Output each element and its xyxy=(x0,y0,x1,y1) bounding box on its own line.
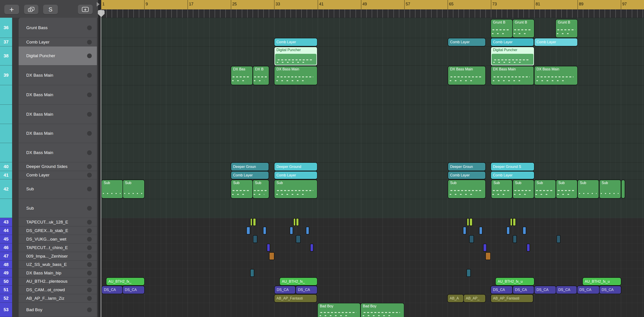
region-ds-ca[interactable]: DS_CA xyxy=(491,286,512,294)
midi-blip[interactable] xyxy=(306,227,309,235)
region-comb-layer[interactable]: Comb Layer xyxy=(231,172,268,179)
mute-dot-button[interactable] xyxy=(87,279,92,284)
midi-blip[interactable] xyxy=(296,218,299,226)
region-ab-ap-fantasti[interactable]: AB_AP_Fantasti xyxy=(491,295,533,302)
region-bad-boy[interactable]: Bad Boy xyxy=(361,303,404,317)
region-digital-puncher[interactable]: Digital Puncher xyxy=(491,47,534,65)
bar-ruler[interactable]: 191725334149576573818997 xyxy=(101,0,644,9)
region-comb-layer[interactable]: Comb Layer xyxy=(448,172,485,179)
midi-blip[interactable] xyxy=(253,218,256,226)
midi-blip[interactable] xyxy=(470,218,472,226)
mute-dot-button[interactable] xyxy=(87,296,92,301)
midi-blip[interactable] xyxy=(469,235,474,243)
track-header-41[interactable]: Comb Layer xyxy=(18,171,97,179)
region-sub[interactable]: Sub xyxy=(600,180,621,198)
region-deeper-groun[interactable]: Deeper Groun xyxy=(448,163,485,171)
region-comb-layer[interactable]: Comb Layer xyxy=(274,38,317,46)
region-au-bth2-fx-u[interactable]: AU_BTH2_fx_u xyxy=(496,278,534,285)
track-header-37[interactable]: Comb Layer xyxy=(18,38,97,46)
add-track-button[interactable]: + xyxy=(4,5,19,14)
midi-blip[interactable] xyxy=(463,227,466,235)
midi-blip[interactable] xyxy=(296,235,301,243)
track-header-43[interactable]: TAPECUT...uk_128_E xyxy=(18,218,97,226)
midi-blip[interactable] xyxy=(527,244,530,252)
region-sub[interactable]: Sub xyxy=(253,180,269,198)
region-dx-bass-main[interactable]: DX Bass Main xyxy=(274,66,317,85)
region-ds-ca[interactable]: DS_CA xyxy=(102,286,122,294)
region-deeper-groun[interactable]: Deeper Groun xyxy=(231,163,268,171)
region-sub[interactable]: Sub xyxy=(556,180,577,198)
midi-blip[interactable] xyxy=(485,252,491,260)
mute-dot-button[interactable] xyxy=(87,53,92,58)
region-bad-boy[interactable]: Bad Boy xyxy=(318,303,360,317)
region-deeper-ground-s[interactable]: Deeper Ground S xyxy=(491,163,534,171)
track-header-unnamed-7[interactable]: DX Bass Main xyxy=(18,143,97,162)
track-header-42[interactable]: Sub xyxy=(18,179,97,199)
track-header-unnamed-11[interactable]: Sub xyxy=(18,199,97,218)
region-dx-b[interactable]: DX B xyxy=(253,66,269,85)
midi-blip[interactable] xyxy=(269,252,274,260)
mute-dot-button[interactable] xyxy=(87,288,92,292)
region-ds-ca[interactable]: DS_CA xyxy=(556,286,577,294)
track-header-44[interactable]: DS_GREX...b_stab_E xyxy=(18,226,97,235)
region-sub[interactable]: Sub xyxy=(534,180,556,198)
region-dx-bass-main[interactable]: DX Bass Main xyxy=(448,66,485,85)
region-sub[interactable]: Sub xyxy=(448,180,485,198)
track-header-51[interactable]: DS_CAM...ot_crowd xyxy=(18,286,97,294)
region-comb-layer[interactable]: Comb Layer xyxy=(448,38,485,46)
mute-dot-button[interactable] xyxy=(87,150,92,155)
track-header-52[interactable]: AB_AP_F...larm_Ziz xyxy=(18,294,97,303)
mute-dot-button[interactable] xyxy=(87,307,92,312)
region-dx-bass-main[interactable]: DX Bass Main xyxy=(534,66,577,85)
region-sliver[interactable] xyxy=(622,180,625,198)
region-comb-layer[interactable]: Comb Layer xyxy=(274,172,317,179)
region-sub[interactable]: Sub xyxy=(513,180,534,198)
midi-blip[interactable] xyxy=(293,218,296,226)
region-sub[interactable]: Sub xyxy=(123,180,144,198)
midi-blip[interactable] xyxy=(466,269,471,277)
track-header-38[interactable]: Digital Puncher xyxy=(18,46,97,65)
ruler-tick-strip[interactable] xyxy=(101,9,644,18)
region-ds-ca[interactable]: DS_CA xyxy=(275,286,295,294)
mute-dot-button[interactable] xyxy=(87,131,92,136)
region-ab-a[interactable]: AB_A xyxy=(448,295,463,302)
region-comb-layer[interactable]: Comb Layer xyxy=(491,172,534,179)
mute-dot-button[interactable] xyxy=(87,73,92,78)
region-grunt-b[interactable]: Grunt B xyxy=(556,19,577,37)
region-ds-ca[interactable]: DS_CA xyxy=(534,286,556,294)
midi-blip[interactable] xyxy=(506,227,510,235)
region-comb-layer[interactable]: Comb Layer xyxy=(534,38,577,46)
region-ds-ca[interactable]: DS_CA xyxy=(600,286,621,294)
track-header-39[interactable]: DX Bass Main xyxy=(18,65,97,85)
midi-blip[interactable] xyxy=(263,227,266,235)
region-dx-bas[interactable]: DX Bas xyxy=(231,66,252,85)
midi-blip[interactable] xyxy=(479,227,482,235)
track-header-46[interactable]: TAPECUT...t_chino_E xyxy=(18,244,97,252)
region-ab-ap-fantasti[interactable]: AB_AP_Fantasti xyxy=(274,295,316,302)
midi-blip[interactable] xyxy=(267,244,270,252)
region-grunt-b[interactable]: Grunt B xyxy=(491,19,512,37)
midi-blip[interactable] xyxy=(250,218,252,226)
mute-dot-button[interactable] xyxy=(87,173,92,178)
mute-dot-button[interactable] xyxy=(87,237,92,242)
region-ab-ap-[interactable]: AB_AP_ xyxy=(464,295,485,302)
track-header-unnamed-5[interactable]: DX Bass Main xyxy=(18,105,97,124)
mute-dot-button[interactable] xyxy=(87,164,92,169)
mute-dot-button[interactable] xyxy=(87,254,92,259)
region-au-bth2-fx-[interactable]: AU_BTH2_fx_ xyxy=(280,278,317,285)
track-header-unnamed-6[interactable]: DX Bass Main xyxy=(18,124,97,143)
mute-dot-button[interactable] xyxy=(87,187,92,191)
region-digital-puncher[interactable]: Digital Puncher xyxy=(274,47,317,65)
midi-blip[interactable] xyxy=(310,244,314,252)
mute-dot-button[interactable] xyxy=(87,228,92,233)
mute-dot-button[interactable] xyxy=(87,40,92,44)
mute-dot-button[interactable] xyxy=(87,93,92,97)
region-deeper-ground[interactable]: Deeper Ground xyxy=(274,163,317,171)
region-sub[interactable]: Sub xyxy=(274,180,317,198)
region-grunt-b[interactable]: Grunt B xyxy=(513,19,534,37)
region-au-bth2-fx-[interactable]: AU_BTH2_fx_ xyxy=(106,278,144,285)
midi-blip[interactable] xyxy=(253,235,258,243)
mute-dot-button[interactable] xyxy=(87,271,92,275)
mute-dot-button[interactable] xyxy=(87,245,92,250)
midi-blip[interactable] xyxy=(556,235,560,243)
